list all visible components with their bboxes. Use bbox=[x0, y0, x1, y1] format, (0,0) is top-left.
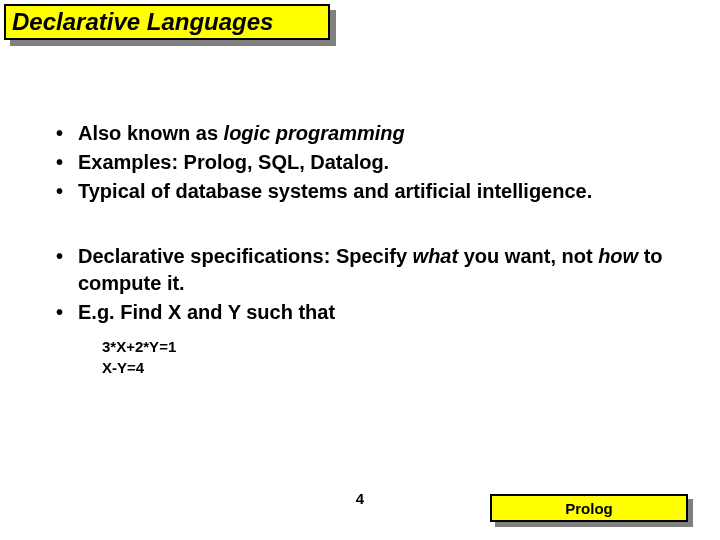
footer-label-box: Prolog bbox=[490, 494, 688, 522]
equation-block: 3*X+2*Y=1 X-Y=4 bbox=[102, 336, 680, 378]
bullet-text: Declarative specifications: Specify bbox=[78, 245, 413, 267]
slide-content: Also known as logic programming Examples… bbox=[56, 120, 680, 378]
spacer bbox=[56, 207, 680, 243]
slide-footer: 4 Prolog bbox=[0, 490, 720, 520]
slide-title-box: Declarative Languages bbox=[4, 4, 330, 40]
equation-line: X-Y=4 bbox=[102, 357, 680, 378]
title-front: Declarative Languages bbox=[4, 4, 330, 40]
bullet-text: Typical of database systems and artifici… bbox=[78, 180, 592, 202]
list-item: Also known as logic programming bbox=[56, 120, 680, 147]
bullet-list-1: Also known as logic programming Examples… bbox=[56, 120, 680, 205]
list-item: Typical of database systems and artifici… bbox=[56, 178, 680, 205]
bullet-emphasis: how bbox=[598, 245, 638, 267]
bullet-text: you want, not bbox=[458, 245, 598, 267]
bullet-list-2: Declarative specifications: Specify what… bbox=[56, 243, 680, 326]
slide-title: Declarative Languages bbox=[12, 8, 273, 36]
bullet-text: Also known as bbox=[78, 122, 224, 144]
bullet-text: Examples: Prolog, SQL, Datalog. bbox=[78, 151, 389, 173]
page-number: 4 bbox=[356, 490, 364, 507]
label-front: Prolog bbox=[490, 494, 688, 522]
bullet-text: E.g. Find X and Y such that bbox=[78, 301, 335, 323]
list-item: Declarative specifications: Specify what… bbox=[56, 243, 680, 297]
bullet-emphasis: what bbox=[413, 245, 459, 267]
list-item: Examples: Prolog, SQL, Datalog. bbox=[56, 149, 680, 176]
bullet-emphasis: logic programming bbox=[224, 122, 405, 144]
footer-label: Prolog bbox=[565, 500, 613, 517]
equation-line: 3*X+2*Y=1 bbox=[102, 336, 680, 357]
list-item: E.g. Find X and Y such that bbox=[56, 299, 680, 326]
